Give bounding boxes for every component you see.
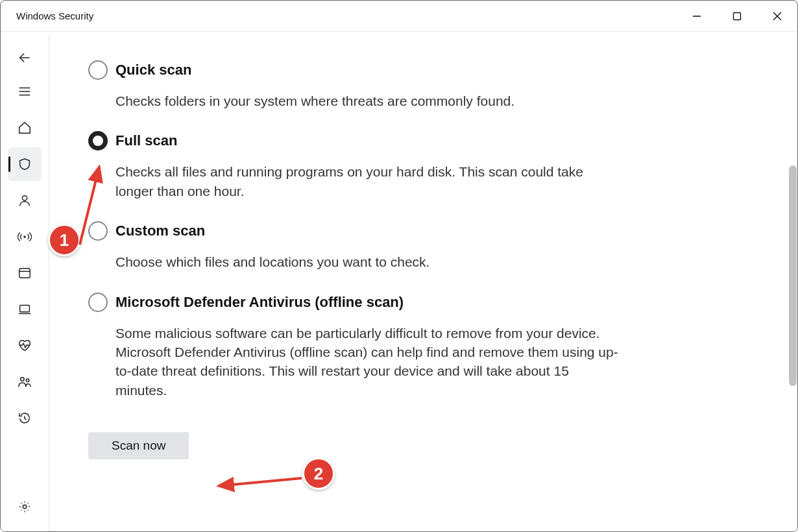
option-title: Full scan: [115, 131, 620, 151]
sidebar-item-app-browser[interactable]: [8, 256, 42, 290]
option-title: Microsoft Defender Antivirus (offline sc…: [115, 293, 620, 312]
sidebar: [1, 32, 49, 531]
wifi-broadcast-icon: [18, 230, 32, 244]
scan-option-quick: Quick scan Checks folders in your system…: [88, 60, 620, 110]
sidebar-item-virus-protection[interactable]: [8, 147, 42, 181]
laptop-icon: [18, 302, 32, 317]
window-title: Windows Security: [16, 10, 93, 21]
titlebar: Windows Security: [1, 1, 797, 32]
option-title: Custom scan: [115, 221, 620, 241]
sidebar-item-family[interactable]: [8, 365, 42, 399]
svg-point-15: [26, 379, 29, 382]
sidebar-item-account[interactable]: [8, 184, 42, 217]
app-window: Windows Security: [0, 0, 798, 532]
history-icon: [18, 411, 32, 426]
gear-icon: [18, 500, 32, 514]
scan-option-full: Full scan Checks all files and running p…: [88, 131, 620, 200]
minimize-button[interactable]: [677, 1, 717, 32]
heart-pulse-icon: [18, 339, 32, 353]
sidebar-item-settings[interactable]: [8, 490, 42, 524]
svg-point-8: [22, 196, 27, 200]
radio-quick-scan[interactable]: [88, 60, 108, 80]
scrollbar-thumb[interactable]: [789, 165, 797, 386]
sidebar-item-history[interactable]: [8, 402, 42, 435]
scan-option-custom: Custom scan Choose which files and locat…: [88, 221, 620, 271]
sidebar-item-home[interactable]: [8, 111, 42, 145]
svg-point-9: [23, 236, 26, 238]
svg-rect-10: [19, 269, 30, 278]
radio-full-scan[interactable]: [88, 131, 108, 151]
scan-now-button[interactable]: Scan now: [88, 432, 189, 459]
scan-option-offline: Microsoft Defender Antivirus (offline sc…: [88, 293, 620, 400]
app-window-icon: [18, 266, 32, 280]
maximize-icon: [732, 12, 742, 21]
svg-rect-1: [734, 12, 741, 19]
svg-rect-12: [20, 306, 30, 312]
menu-button[interactable]: [8, 75, 42, 108]
option-description: Checks folders in your system where thre…: [115, 91, 620, 110]
home-icon: [18, 121, 32, 135]
family-icon: [18, 375, 32, 389]
content-area: Quick scan Checks folders in your system…: [49, 32, 797, 531]
sidebar-item-firewall[interactable]: [8, 220, 42, 254]
radio-custom-scan[interactable]: [88, 221, 108, 241]
svg-point-14: [21, 378, 24, 381]
minimize-icon: [692, 12, 701, 21]
close-button[interactable]: [757, 1, 797, 32]
close-icon: [773, 12, 782, 21]
option-description: Some malicious software can be particula…: [115, 324, 620, 400]
maximize-button[interactable]: [717, 1, 757, 32]
option-description: Choose which files and locations you wan…: [115, 252, 620, 271]
option-description: Checks all files and running programs on…: [115, 162, 620, 200]
svg-point-16: [23, 505, 27, 509]
content-scroll[interactable]: Quick scan Checks folders in your system…: [49, 32, 797, 531]
hamburger-icon: [18, 84, 32, 99]
radio-offline-scan[interactable]: [88, 293, 108, 312]
back-arrow-icon: [18, 51, 32, 65]
sidebar-item-device-health[interactable]: [8, 329, 42, 363]
sidebar-item-device-security[interactable]: [8, 293, 42, 326]
shield-icon: [18, 157, 32, 171]
option-title: Quick scan: [115, 60, 620, 80]
back-button[interactable]: [8, 43, 42, 72]
account-icon: [18, 193, 32, 208]
